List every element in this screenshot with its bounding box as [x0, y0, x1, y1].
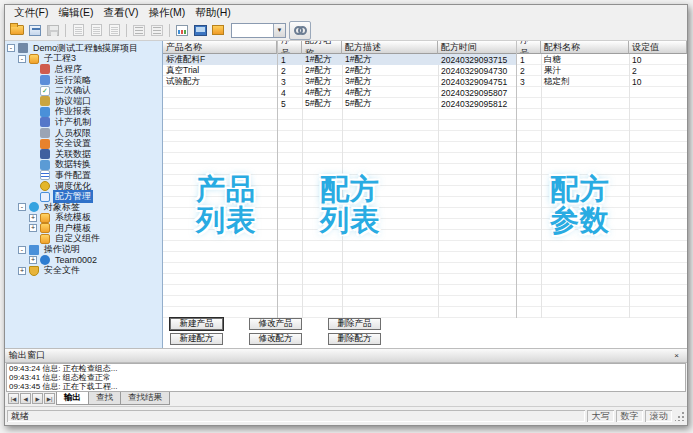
- edit-product-button[interactable]: 修改产品: [249, 318, 302, 330]
- expand-icon[interactable]: +: [29, 256, 37, 264]
- caption-line: 列表: [171, 205, 281, 236]
- list-icon: [40, 170, 50, 180]
- folder-icon: [29, 54, 39, 64]
- column-header[interactable]: 配方描述: [342, 41, 438, 54]
- table-row[interactable]: 真空Trial: [163, 65, 277, 76]
- column-header[interactable]: 序号: [517, 41, 541, 54]
- log-line[interactable]: 09:43:24 信息: 正在检查组态...: [7, 364, 685, 373]
- import-button[interactable]: [26, 22, 44, 39]
- cut-button[interactable]: [69, 22, 87, 39]
- expand-icon[interactable]: +: [29, 224, 37, 232]
- tree-item-team0002[interactable]: +Team0002: [5, 255, 162, 266]
- property-list-button[interactable]: [130, 22, 148, 39]
- collapse-icon[interactable]: -: [18, 203, 26, 211]
- tab-find[interactable]: 查找: [88, 392, 121, 405]
- copy-button[interactable]: [87, 22, 105, 39]
- menu-operate[interactable]: 操作(M): [143, 6, 190, 20]
- table-row[interactable]: 2果汁2: [517, 65, 687, 76]
- table-row[interactable]: 33#配方3#配方20240329094751: [278, 76, 516, 87]
- prev-tab-icon[interactable]: ◀: [20, 393, 31, 404]
- caption-line: 列表: [295, 205, 405, 236]
- combobox-input[interactable]: [232, 24, 273, 37]
- tree-item-recipe-management[interactable]: 配方管理: [5, 191, 162, 202]
- recipe-params-caption: 配方 参数: [525, 174, 635, 236]
- save-button[interactable]: [44, 22, 62, 39]
- column-header[interactable]: 设定值: [629, 41, 687, 54]
- save-icon: [47, 25, 59, 36]
- output-titlebar: 输出窗口 ×: [5, 349, 687, 363]
- people-icon: [40, 128, 50, 138]
- table-row[interactable]: 试验配方: [163, 76, 277, 87]
- output-log[interactable]: 09:43:24 信息: 正在检查组态... 09:43:41 信息: 组态检查…: [6, 363, 686, 392]
- tree-item-root[interactable]: -Demo测试工程触摸屏项目: [5, 43, 162, 54]
- open-folder-button[interactable]: [8, 22, 26, 39]
- collapse-icon[interactable]: -: [18, 246, 26, 254]
- column-header[interactable]: 配料名称: [541, 41, 629, 54]
- toolbar-separator: [169, 24, 170, 37]
- table-row[interactable]: 1白糖10: [517, 54, 687, 65]
- column-header[interactable]: 配方时间: [438, 41, 517, 54]
- shield-icon: [29, 266, 39, 276]
- program-icon: [40, 64, 50, 74]
- find-button[interactable]: [289, 21, 311, 40]
- first-tab-icon[interactable]: |◀: [8, 393, 19, 404]
- table-row[interactable]: 3稳定剂10: [517, 76, 687, 87]
- event-list-button[interactable]: [148, 22, 166, 39]
- expand-icon[interactable]: +: [29, 214, 37, 222]
- main-area: -Demo测试工程触摸屏项目 -子工程3 总程序 运行策略 ✓二次确认 协议端口…: [5, 41, 687, 348]
- toolbar-combobox[interactable]: ▼: [231, 23, 286, 38]
- download-button[interactable]: [191, 22, 209, 39]
- tab-output[interactable]: 输出: [56, 392, 89, 405]
- column-header[interactable]: 配方名称: [302, 41, 342, 54]
- table-header-row: 序号 配料名称 设定值: [517, 41, 687, 54]
- package-button[interactable]: [209, 22, 227, 39]
- resize-grip[interactable]: [675, 411, 685, 421]
- property-list-icon: [133, 25, 145, 36]
- table-row[interactable]: 44#配方4#配方20240329095807: [278, 87, 516, 98]
- collapse-icon[interactable]: -: [18, 55, 26, 63]
- table-row[interactable]: 22#配方2#配方20240329094730: [278, 65, 516, 76]
- menu-file[interactable]: 文件(F): [9, 6, 53, 20]
- chevron-down-icon[interactable]: ▼: [273, 24, 285, 37]
- tree-item[interactable]: -操作说明: [5, 244, 162, 255]
- coin-icon: [40, 181, 50, 191]
- table-row[interactable]: 11#配方1#配方20240329093715: [278, 54, 516, 65]
- table-row[interactable]: 55#配方5#配方20240329095812: [278, 98, 516, 109]
- log-line[interactable]: 09:43:45 信息: 正在下载工程...: [7, 382, 685, 391]
- recipe-list-caption: 配方 列表: [295, 174, 405, 236]
- person-icon: [40, 117, 50, 127]
- folder-icon: [40, 213, 50, 223]
- menu-view[interactable]: 查看(V): [98, 6, 143, 20]
- database-icon: [40, 149, 50, 159]
- close-icon[interactable]: ×: [670, 350, 683, 362]
- edit-recipe-button[interactable]: 修改配方: [249, 333, 302, 345]
- new-product-button[interactable]: 新建产品: [170, 318, 223, 330]
- column-header[interactable]: 序号: [278, 41, 302, 54]
- delete-recipe-button[interactable]: 删除配方: [328, 333, 381, 345]
- collapse-icon[interactable]: -: [7, 44, 15, 52]
- output-window: 输出窗口 × 09:43:24 信息: 正在检查组态... 09:43:41 信…: [5, 348, 687, 406]
- button-row: 新建配方 修改配方 删除配方: [170, 333, 687, 345]
- new-recipe-button[interactable]: 新建配方: [170, 333, 223, 345]
- paste-button[interactable]: [105, 22, 123, 39]
- recipe-workspace: 产品名称 标准配料F 真空Trial 试验配方 序号: [163, 41, 687, 348]
- tree-item[interactable]: 自定义组件: [5, 234, 162, 245]
- last-tab-icon[interactable]: ▶|: [44, 393, 55, 404]
- next-tab-icon[interactable]: ▶: [32, 393, 43, 404]
- scroll-indicator: 滚动: [645, 410, 672, 422]
- chart-button[interactable]: [173, 22, 191, 39]
- tree-item[interactable]: +安全文件: [5, 265, 162, 276]
- tab-find-results[interactable]: 查找结果: [120, 392, 170, 405]
- toolbar-separator: [65, 24, 66, 37]
- project-tree: -Demo测试工程触摸屏项目 -子工程3 总程序 运行策略 ✓二次确认 协议端口…: [5, 41, 163, 348]
- document-icon: [29, 245, 39, 255]
- log-line[interactable]: 09:43:41 信息: 组态检查正常: [7, 373, 685, 382]
- expand-icon[interactable]: +: [18, 267, 26, 275]
- table-row[interactable]: 标准配料F: [163, 54, 277, 65]
- delete-product-button[interactable]: 删除产品: [328, 318, 381, 330]
- checkmark-icon: ✓: [40, 86, 50, 96]
- menu-edit[interactable]: 编辑(E): [53, 6, 98, 20]
- column-header[interactable]: 产品名称: [163, 41, 277, 54]
- menu-bar: 文件(F) 编辑(E) 查看(V) 操作(M) 帮助(H): [5, 5, 687, 20]
- menu-help[interactable]: 帮助(H): [190, 6, 236, 20]
